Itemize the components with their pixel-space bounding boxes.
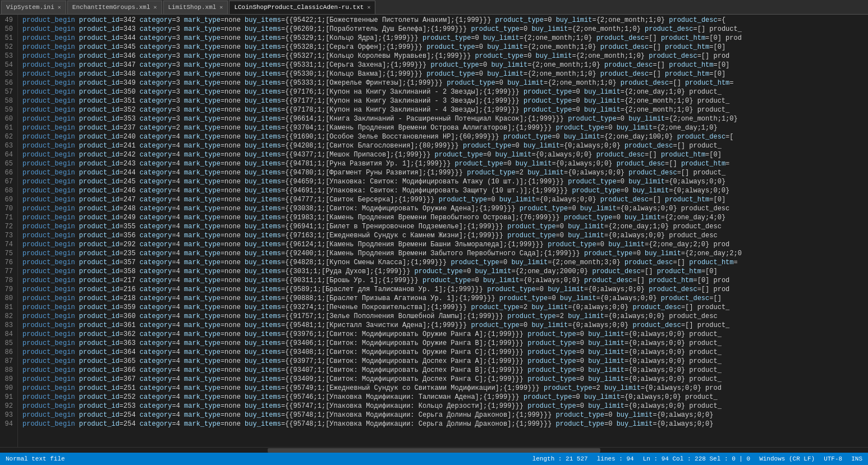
code-line[interactable]: product_begin product_id=248 category=4 … [18,204,868,213]
file-length: length : 21 527 [532,455,588,462]
code-line[interactable]: product_begin product_id=361 category=4 … [18,321,868,330]
code-line[interactable]: product_begin product_id=251 category=4 … [18,384,868,393]
line-number: 73 [2,231,13,240]
code-line[interactable]: product_begin product_id=363 category=4 … [18,339,868,348]
code-line[interactable]: product_begin product_id=366 category=4 … [18,366,868,375]
code-line[interactable]: product_begin product_id=242 category=4 … [18,150,868,159]
line-number: 80 [2,294,13,303]
code-line[interactable]: product_begin product_id=350 category=3 … [18,88,868,96]
code-line[interactable]: product_begin product_id=245 category=4 … [18,177,868,186]
code-line[interactable]: product_begin product_id=247 category=4 … [18,195,868,204]
code-line[interactable]: product_begin product_id=217 category=4 … [18,276,868,285]
code-line[interactable]: product_begin product_id=345 category=3 … [18,43,868,52]
line-number: 74 [2,240,13,249]
line-number: 86 [2,348,13,357]
scrollbar-thumb[interactable] [268,448,600,453]
cursor-position: Ln : 94 Col : 228 Sel : 0 | 0 [643,455,750,462]
code-content[interactable]: product_begin product_id=342 category=3 … [18,15,868,447]
line-number: 83 [2,321,13,330]
tab-limitshop-close[interactable]: ✕ [219,4,223,11]
scrollbar-track [18,448,850,453]
code-line[interactable]: product_begin product_id=362 category=4 … [18,330,868,339]
line-number: 66 [2,168,13,177]
code-line[interactable]: product_begin product_id=346 category=3 … [18,52,868,61]
line-number: 82 [2,312,13,321]
code-line[interactable]: product_begin product_id=254 category=4 … [18,420,868,429]
code-line[interactable]: product_begin product_id=355 category=4 … [18,222,868,231]
code-line[interactable]: product_begin product_id=241 category=4 … [18,141,868,150]
code-line[interactable]: product_begin product_id=254 category=4 … [18,411,868,420]
line-number: 81 [2,303,13,312]
line-number: 92 [2,402,13,411]
line-numbers: 4950515253545556575859606162636465666768… [0,15,18,447]
line-number: 72 [2,222,13,231]
line-number: 84 [2,330,13,339]
code-line[interactable]: product_begin product_id=243 category=4 … [18,159,868,168]
line-number: 64 [2,150,13,159]
line-number: 75 [2,249,13,258]
tab-lcoin-close[interactable]: ✕ [367,4,370,11]
line-number: 65 [2,159,13,168]
code-line[interactable]: product_begin product_id=344 category=3 … [18,34,868,43]
horizontal-scrollbar[interactable] [0,447,868,453]
status-left: Normal text file [6,455,65,462]
line-number: 61 [2,123,13,132]
code-line[interactable]: product_begin product_id=367 category=4 … [18,375,868,384]
line-number: 70 [2,204,13,213]
line-number: 54 [2,61,13,70]
code-line[interactable]: product_begin product_id=342 category=3 … [18,16,868,25]
line-number: 88 [2,366,13,375]
code-line[interactable]: product_begin product_id=343 category=3 … [18,25,868,34]
code-line[interactable]: product_begin product_id=347 category=3 … [18,61,868,70]
tab-enchant-close[interactable]: ✕ [153,4,157,11]
line-number: 49 [2,16,13,25]
line-number: 51 [2,34,13,43]
code-line[interactable]: product_begin product_id=359 category=4 … [18,303,868,312]
line-number: 56 [2,79,13,88]
code-line[interactable]: product_begin product_id=292 category=4 … [18,240,868,249]
line-number: 87 [2,357,13,366]
code-line[interactable]: product_begin product_id=364 category=4 … [18,348,868,357]
code-line[interactable]: product_begin product_id=244 category=4 … [18,168,868,177]
tab-enchant[interactable]: EnchantItemGroups.xml ✕ [67,1,162,14]
code-line[interactable]: product_begin product_id=235 category=4 … [18,249,868,258]
line-number: 60 [2,114,13,123]
code-line[interactable]: product_begin product_id=240 category=4 … [18,132,868,141]
file-type: Normal text file [6,455,65,462]
tab-lcoin-label: LCoinShopProduct_ClassicAden-ru.txt [234,4,364,11]
line-number: 52 [2,43,13,52]
code-line[interactable]: product_begin product_id=252 category=4 … [18,393,868,402]
code-line[interactable]: product_begin product_id=253 category=4 … [18,402,868,411]
code-line[interactable]: product_begin product_id=360 category=4 … [18,312,868,321]
code-line[interactable]: product_begin product_id=357 category=4 … [18,258,868,267]
line-number: 85 [2,339,13,348]
code-line[interactable]: product_begin product_id=356 category=4 … [18,231,868,240]
tab-vipsystem[interactable]: VipSystem.ini ✕ [1,1,66,14]
line-number: 79 [2,285,13,294]
line-number: 59 [2,105,13,114]
code-line[interactable]: product_begin product_id=352 category=3 … [18,105,868,114]
line-number: 57 [2,88,13,96]
line-number: 93 [2,411,13,420]
code-line[interactable]: product_begin product_id=365 category=4 … [18,357,868,366]
code-line[interactable]: product_begin product_id=216 category=4 … [18,285,868,294]
tab-vipsystem-close[interactable]: ✕ [58,4,61,11]
code-line[interactable]: product_begin product_id=246 category=4 … [18,186,868,195]
code-line[interactable]: product_begin product_id=348 category=3 … [18,70,868,79]
code-line[interactable]: product_begin product_id=358 category=4 … [18,267,868,276]
line-number: 76 [2,258,13,267]
line-number: 62 [2,132,13,141]
code-line[interactable]: product_begin product_id=353 category=3 … [18,114,868,123]
tab-enchant-label: EnchantItemGroups.xml [72,4,150,11]
tab-lcoin[interactable]: LCoinShopProduct_ClassicAden-ru.txt ✕ [229,1,375,14]
tab-limitshop[interactable]: LimitShop.xml ✕ [163,1,228,14]
line-number: 77 [2,267,13,276]
code-line[interactable]: product_begin product_id=351 category=3 … [18,96,868,105]
tab-vipsystem-label: VipSystem.ini [6,4,54,11]
code-line[interactable]: product_begin product_id=249 category=4 … [18,213,868,222]
line-number: 71 [2,213,13,222]
tab-limitshop-label: LimitShop.xml [168,4,217,11]
code-line[interactable]: product_begin product_id=349 category=3 … [18,79,868,88]
code-line[interactable]: product_begin product_id=218 category=4 … [18,294,868,303]
code-line[interactable]: product_begin product_id=237 category=2 … [18,123,868,132]
